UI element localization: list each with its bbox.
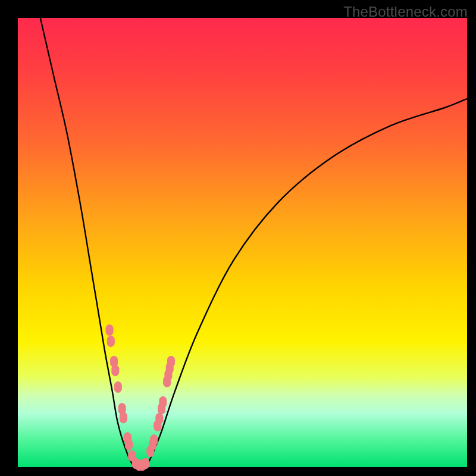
chart-frame: TheBottleneck.com: [0, 0, 476, 476]
data-marker: [107, 336, 114, 347]
data-marker: [159, 397, 167, 408]
curve-right: [143, 99, 467, 467]
data-marker: [142, 458, 149, 469]
plot-area: [18, 18, 467, 467]
data-marker: [112, 365, 119, 376]
chart-svg: [18, 18, 467, 467]
data-marker: [156, 413, 163, 424]
data-marker: [151, 435, 158, 446]
marker-layer: [106, 325, 174, 471]
data-marker: [114, 382, 121, 393]
data-marker: [167, 356, 174, 367]
data-marker: [106, 325, 113, 336]
curve-left: [40, 18, 135, 467]
data-marker: [120, 412, 127, 423]
data-marker: [125, 439, 132, 450]
